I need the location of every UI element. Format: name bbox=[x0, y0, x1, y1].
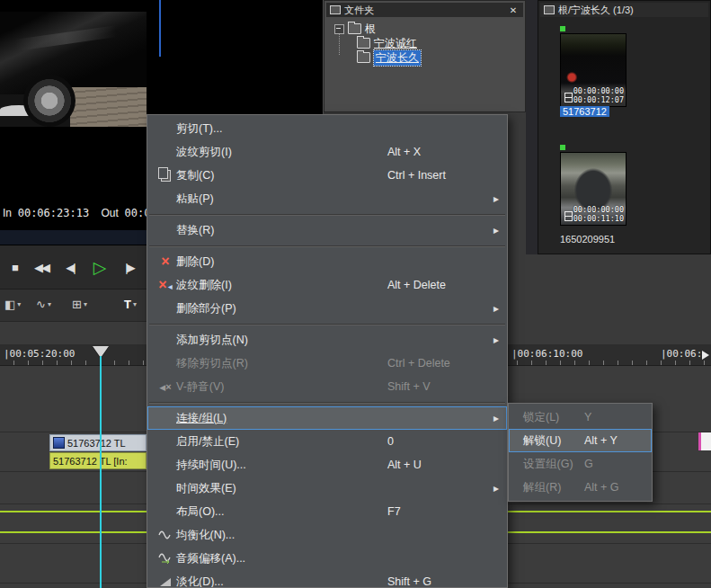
timeline-clip-label: 51763712 TL [In: bbox=[53, 456, 128, 467]
trim-mode-icon: ◧ bbox=[4, 298, 15, 311]
layout-tool-button[interactable]: ⊞▾ bbox=[72, 298, 87, 311]
clip-context-menu: 剪切(T)... 波纹剪切(I) Alt + X 复制(C) Ctrl + In… bbox=[147, 114, 508, 588]
fade-icon bbox=[159, 576, 172, 587]
layout-tool-icon: ⊞ bbox=[72, 298, 82, 311]
car-image bbox=[0, 12, 147, 94]
car-wheel bbox=[23, 75, 76, 127]
tree-item-ningbo-chenghong[interactable]: 宁波诚红 bbox=[357, 37, 417, 49]
submenu-arrow-icon bbox=[493, 302, 499, 315]
menu-shortcut: Y bbox=[584, 411, 591, 423]
folder-panel-titlebar[interactable]: 文件夹 ✕ bbox=[326, 3, 523, 17]
menu-item-link-group[interactable]: 连接/组(L) bbox=[147, 406, 507, 430]
clip-thumbnail[interactable]: 00:00:00:00 00:00:11:10 bbox=[560, 152, 627, 226]
menu-shortcut: Shift + G bbox=[387, 575, 431, 588]
menu-item-delete[interactable]: 删除(D) bbox=[147, 250, 507, 273]
menu-item-label: 删除部分(P) bbox=[176, 301, 236, 316]
menu-item-label: 替换(R) bbox=[176, 223, 214, 238]
menu-item-add-cut-point[interactable]: 添加剪切点(N) bbox=[147, 328, 507, 352]
menu-separator bbox=[147, 242, 507, 250]
folder-icon bbox=[357, 38, 370, 49]
in-value: 00:06:23:13 bbox=[18, 207, 89, 219]
prev-frame-icon: ◀| bbox=[66, 261, 74, 274]
edius-window: In 00:06:23:13 Out 00:0 ■ ◀◀ ◀| ▷ |▶ ◧▾ … bbox=[0, 0, 711, 588]
next-frame-button[interactable]: |▶ bbox=[117, 254, 142, 280]
menu-item-label: 波纹删除(I) bbox=[176, 278, 232, 293]
window-focus-edge bbox=[159, 0, 161, 57]
menu-item-label: 剪切(T)... bbox=[176, 121, 222, 137]
caret-icon: ▾ bbox=[133, 300, 137, 308]
stop-button[interactable]: ■ bbox=[2, 254, 27, 280]
ruler-timecode: |00:06:20:00 bbox=[661, 348, 700, 360]
title-tool-icon: T bbox=[124, 298, 131, 311]
play-button[interactable]: ▷ bbox=[86, 254, 111, 280]
prev-frame-button[interactable]: ◀| bbox=[58, 254, 83, 280]
clip-type-icon bbox=[564, 93, 573, 102]
scroll-right-icon[interactable] bbox=[702, 351, 709, 360]
menu-item-label: 启用/禁止(E) bbox=[176, 434, 239, 450]
menu-item-label: 均衡化(N)... bbox=[176, 528, 235, 543]
clip-name-selected[interactable]: 51763712 bbox=[560, 106, 609, 117]
menu-item-remove-cut-point: 移除剪切点(R) Ctrl + Delete bbox=[147, 352, 507, 375]
clip-track-icon bbox=[53, 437, 65, 449]
menu-shortcut: 0 bbox=[387, 435, 394, 448]
collapse-icon[interactable] bbox=[334, 24, 344, 34]
folder-panel-icon bbox=[330, 5, 341, 14]
submenu-item-set-group: 设置组(G) G bbox=[509, 452, 652, 476]
submenu-arrow-icon bbox=[493, 334, 499, 346]
bin-panel: 根/宁波长久 (1/3) 00:00:00:00 00:00:12:07 517… bbox=[538, 0, 711, 254]
menu-item-ripple-cut[interactable]: 波纹剪切(I) Alt + X bbox=[147, 140, 507, 164]
caret-icon: ▾ bbox=[48, 300, 51, 308]
menu-item-label: 设置组(G) bbox=[523, 457, 573, 472]
menu-item-normalize[interactable]: 均衡化(N)... bbox=[147, 523, 507, 547]
submenu-arrow-icon bbox=[493, 224, 499, 236]
close-icon[interactable]: ✕ bbox=[507, 4, 520, 15]
menu-item-fade[interactable]: 淡化(D)... Shift + G bbox=[147, 570, 507, 588]
menu-item-ripple-delete[interactable]: 波纹删除(I) Alt + Delete bbox=[147, 273, 507, 297]
title-tool-button[interactable]: T▾ bbox=[124, 298, 137, 311]
clip-status-dot bbox=[560, 145, 565, 150]
timeline-clip-video[interactable]: 51763712 TL bbox=[49, 434, 147, 451]
menu-item-audio-offset[interactable]: 音频偏移(A)... bbox=[147, 547, 507, 570]
menu-item-enable-disable[interactable]: 启用/禁止(E) 0 bbox=[147, 430, 507, 453]
preview-frame bbox=[0, 12, 147, 127]
tree-item-label: 根 bbox=[365, 22, 376, 37]
menu-item-copy[interactable]: 复制(C) Ctrl + Insert bbox=[147, 164, 507, 187]
tree-item-ningbo-changjiu[interactable]: 宁波长久 bbox=[357, 51, 421, 64]
menu-item-replace[interactable]: 替换(R) bbox=[147, 218, 507, 242]
in-out-readout: In 00:06:23:13 Out 00:0 bbox=[3, 207, 150, 219]
clip-type-icon bbox=[564, 211, 573, 221]
curve-tool-icon: ∿ bbox=[36, 298, 46, 311]
folder-panel-title: 文件夹 bbox=[344, 4, 374, 17]
menu-item-label: 淡化(D)... bbox=[176, 575, 224, 588]
rewind-button[interactable]: ◀◀ bbox=[29, 254, 54, 280]
menu-item-label: 解锁(U) bbox=[523, 433, 561, 449]
clip-thumbnail[interactable]: 00:00:00:00 00:00:12:07 bbox=[560, 33, 627, 107]
tree-item-root[interactable]: 根 bbox=[334, 22, 376, 35]
submenu-arrow-icon bbox=[493, 192, 499, 205]
menu-shortcut: Alt + Delete bbox=[387, 279, 446, 291]
menu-item-paste[interactable]: 粘贴(P) bbox=[147, 187, 507, 210]
submenu-item-unlock[interactable]: 解锁(U) Alt + Y bbox=[509, 429, 652, 452]
submenu-arrow-icon bbox=[493, 412, 499, 424]
menu-item-label: 音频偏移(A)... bbox=[176, 551, 245, 566]
trim-mode-button[interactable]: ◧▾ bbox=[4, 298, 21, 311]
menu-item-layout[interactable]: 布局(O)... F7 bbox=[147, 500, 507, 523]
timeline-clip-audio[interactable]: 51763712 TL [In: bbox=[49, 452, 147, 469]
menu-item-label: V-静音(V) bbox=[176, 379, 224, 395]
clip-name[interactable]: 1650209951 bbox=[560, 234, 615, 245]
folder-panel: 文件夹 ✕ 根 宁波诚红 宁波长久 bbox=[324, 0, 526, 112]
clip-tc-start: 00:00:00:00 bbox=[573, 205, 624, 214]
bin-panel-titlebar[interactable]: 根/宁波长久 (1/3) bbox=[540, 3, 708, 17]
menu-item-cut[interactable]: 剪切(T)... bbox=[147, 117, 507, 140]
menu-item-delete-parts[interactable]: 删除部分(P) bbox=[147, 297, 507, 320]
menu-item-time-effect[interactable]: 时间效果(E) bbox=[147, 477, 507, 500]
menu-item-label: 添加剪切点(N) bbox=[176, 333, 248, 348]
bin-panel-title: 根/宁波长久 (1/3) bbox=[558, 4, 634, 17]
ruler-timecode: |00:06:10:00 bbox=[511, 348, 582, 360]
curve-tool-button[interactable]: ∿▾ bbox=[36, 298, 51, 311]
playhead[interactable] bbox=[100, 356, 102, 588]
menu-item-label: 复制(C) bbox=[176, 168, 214, 183]
timeline-clip-fragment[interactable] bbox=[698, 432, 711, 450]
clip-tc-duration: 00:00:11:10 bbox=[573, 214, 624, 223]
menu-item-duration[interactable]: 持续时间(U)... Alt + U bbox=[147, 453, 507, 477]
